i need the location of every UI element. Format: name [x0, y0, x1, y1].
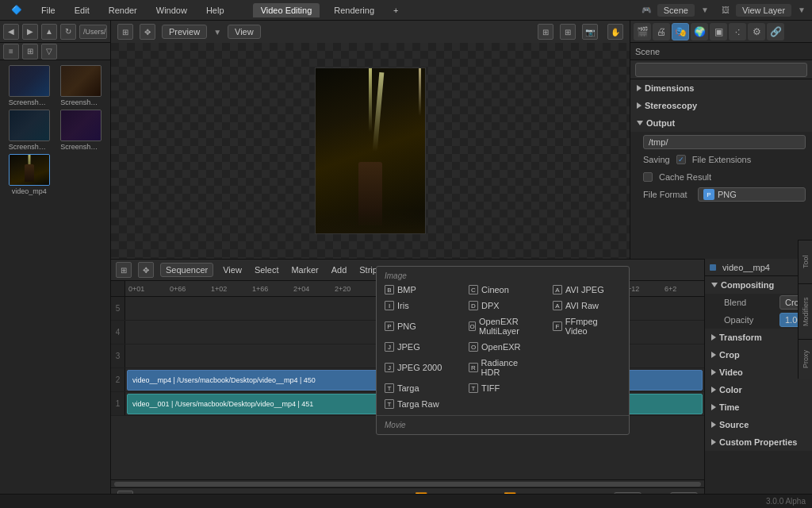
- section-color[interactable]: Color: [705, 381, 812, 398]
- view-layer-dropdown-icon[interactable]: ▼: [798, 6, 806, 14]
- list-item[interactable]: Screenshot 2...: [57, 110, 106, 151]
- format-item-openexr[interactable]: O OpenEXR: [461, 339, 545, 355]
- timeline-track-number-header: [111, 281, 125, 296]
- prop-particles-icon[interactable]: ·:: [729, 23, 746, 40]
- format-item-avi-jpeg[interactable]: A AVI JPEG: [545, 282, 629, 298]
- format-item-iris[interactable]: I Iris: [377, 298, 461, 314]
- format-item-radiance[interactable]: R Radiance HDR: [461, 355, 545, 380]
- section-transform[interactable]: Transform: [705, 329, 812, 346]
- format-item-cineon[interactable]: C Cineon: [461, 282, 545, 298]
- view-button[interactable]: View: [228, 25, 261, 39]
- preview-content: [111, 43, 630, 259]
- seq-menu-marker[interactable]: Marker: [288, 264, 321, 276]
- format-item-targa-raw[interactable]: T Targa Raw: [377, 396, 461, 412]
- preview-button[interactable]: Preview: [162, 25, 207, 39]
- format-item-openexr-ml[interactable]: O OpenEXR MultiLayer: [461, 314, 545, 339]
- list-item[interactable]: Screenshot 2...: [5, 110, 54, 151]
- up-button[interactable]: ▲: [41, 24, 57, 40]
- prop-object-icon[interactable]: ▣: [710, 23, 727, 40]
- search-input[interactable]: [635, 63, 807, 77]
- preview-options-icon[interactable]: ⊞: [538, 24, 553, 40]
- prop-constraints-icon[interactable]: 🔗: [767, 23, 784, 40]
- section-crop[interactable]: Crop: [705, 346, 812, 364]
- preview-hand-icon[interactable]: ✋: [607, 24, 623, 40]
- prop-render-icon[interactable]: 🎬: [634, 23, 651, 40]
- file-extensions-checkbox[interactable]: [676, 155, 686, 164]
- seq-layout-icon[interactable]: ⊞: [116, 262, 132, 278]
- section-custom-properties[interactable]: Custom Properties: [705, 433, 812, 451]
- sequencer-dropdown[interactable]: Sequencer: [160, 263, 213, 277]
- scrollbar-thumb[interactable]: [114, 482, 701, 487]
- menu-blender-icon[interactable]: 🔷: [6, 3, 27, 17]
- timeline-mark-1: 0+66: [168, 285, 209, 293]
- preview-zoom-icon[interactable]: ⊞: [560, 24, 576, 40]
- preview-camera-icon[interactable]: 📷: [582, 24, 598, 40]
- section-stereoscopy[interactable]: Stereoscopy: [630, 97, 812, 114]
- format-item-targa[interactable]: T Targa: [377, 380, 461, 396]
- format-item-tiff[interactable]: T TIFF: [461, 380, 545, 396]
- tab-rendering[interactable]: Rendering: [329, 4, 379, 17]
- format-item-bmp[interactable]: B BMP: [377, 282, 461, 298]
- output-path-row: /tmp/: [630, 133, 812, 151]
- scene-dropdown-icon[interactable]: ▼: [701, 6, 709, 14]
- prop-physics-icon[interactable]: ⚙: [748, 23, 765, 40]
- format-item-ffmpeg[interactable]: F FFmpeg Video: [545, 314, 629, 339]
- tab-video-editing[interactable]: Video Editing: [253, 3, 320, 17]
- section-source[interactable]: Source: [705, 416, 812, 433]
- tool-tab[interactable]: Tool: [799, 240, 812, 283]
- openexr-ml-label: OpenEXR MultiLayer: [479, 317, 537, 336]
- seq-menu-select[interactable]: Select: [251, 264, 282, 276]
- section-compositing[interactable]: Compositing: [705, 276, 812, 294]
- proxy-tab[interactable]: Proxy: [799, 339, 812, 379]
- engine-selector[interactable]: 🎮: [642, 6, 651, 14]
- seq-menu-view[interactable]: View: [220, 264, 245, 276]
- preview-dropdown-icon[interactable]: ▼: [213, 28, 221, 37]
- prop-world-icon[interactable]: 🌍: [691, 23, 708, 40]
- targa-raw-label: Targa Raw: [397, 399, 439, 409]
- compositing-collapse-icon: [711, 283, 718, 287]
- forward-button[interactable]: ▶: [22, 24, 38, 40]
- menu-file[interactable]: File: [36, 4, 60, 17]
- menu-render[interactable]: Render: [104, 4, 142, 17]
- section-video[interactable]: Video: [705, 364, 812, 381]
- list-item[interactable]: Screenshot 2...: [57, 65, 106, 106]
- preview-cursor-icon[interactable]: ✥: [140, 24, 155, 40]
- cache-result-checkbox[interactable]: [643, 172, 653, 182]
- prop-output-icon[interactable]: 🖨: [653, 23, 670, 40]
- breadcrumb-scene[interactable]: Scene: [635, 47, 660, 56]
- format-item-jpeg[interactable]: J JPEG: [377, 339, 461, 355]
- format-item-jpeg2000[interactable]: J JPEG 2000: [377, 355, 461, 380]
- timeline-scrollbar[interactable]: [111, 479, 704, 487]
- view-layer-selector[interactable]: View Layer: [736, 4, 791, 17]
- section-time[interactable]: Time: [705, 398, 812, 416]
- scene-selector[interactable]: Scene: [657, 4, 695, 17]
- format-item-png[interactable]: P PNG: [377, 314, 461, 339]
- view-layer-icon[interactable]: 🖼: [722, 6, 730, 14]
- section-output[interactable]: Output: [630, 114, 812, 132]
- prop-scene-icon[interactable]: 🎭: [672, 23, 689, 40]
- seq-menu-add[interactable]: Add: [328, 264, 350, 276]
- filter-icon[interactable]: ▽: [41, 44, 57, 60]
- modifiers-tab[interactable]: Modifiers: [799, 283, 812, 339]
- output-path-value[interactable]: /tmp/: [643, 135, 806, 149]
- back-button[interactable]: ◀: [3, 24, 19, 40]
- format-item-avi-raw[interactable]: A AVI Raw: [545, 298, 629, 314]
- jpeg-label: JPEG: [397, 342, 420, 352]
- format-dropdown[interactable]: P PNG: [698, 187, 806, 202]
- preview-layout-icon[interactable]: ⊞: [117, 24, 133, 40]
- menu-edit[interactable]: Edit: [70, 4, 94, 17]
- section-dimensions[interactable]: Dimensions: [630, 79, 812, 97]
- grid-view-icon[interactable]: ⊞: [22, 44, 38, 60]
- menu-help[interactable]: Help: [201, 4, 229, 17]
- menu-window[interactable]: Window: [151, 4, 192, 17]
- tab-add[interactable]: +: [389, 4, 403, 17]
- refresh-button[interactable]: ↻: [60, 24, 76, 40]
- list-item[interactable]: video_mp4: [5, 154, 54, 195]
- view-toggle-icon[interactable]: ≡: [3, 44, 19, 60]
- seq-tool-icon[interactable]: ✥: [138, 262, 154, 278]
- video-preview-inner: [316, 68, 425, 233]
- cineon-label: Cineon: [481, 285, 509, 294]
- path-bar[interactable]: /Users/macbo...: [79, 25, 107, 39]
- list-item[interactable]: Screenshot 2...: [5, 65, 54, 106]
- format-item-dpx[interactable]: D DPX: [461, 298, 545, 314]
